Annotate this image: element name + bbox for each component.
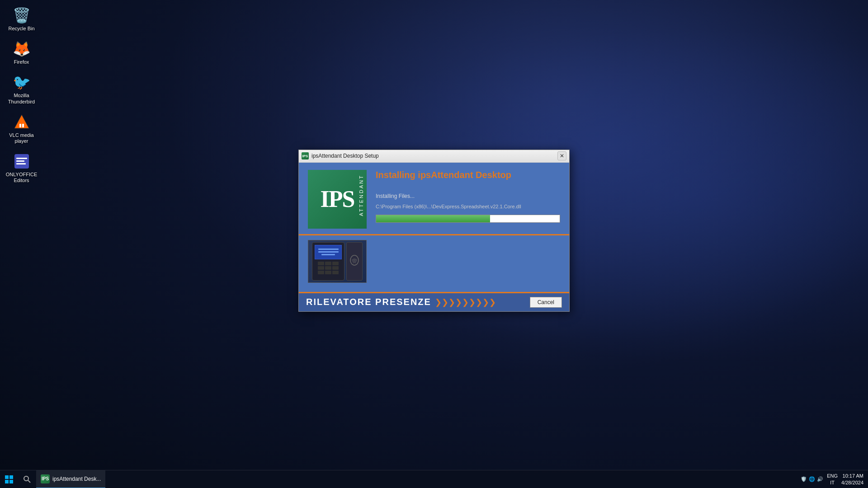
desktop-icon-thunderbird[interactable]: 🐦 Mozilla Thunderbird bbox=[5, 71, 38, 106]
firefox-label: Firefox bbox=[14, 59, 29, 65]
dialog-titlebar: IPS ipsAttendant Desktop Setup ✕ bbox=[299, 150, 569, 163]
svg-rect-8 bbox=[5, 475, 9, 479]
taskbar-app-label: ipsAttendant Desk... bbox=[52, 476, 101, 482]
logo-ips-text: IPS bbox=[321, 188, 354, 211]
network-icon: 🌐 bbox=[809, 476, 815, 482]
svg-rect-10 bbox=[5, 480, 9, 483]
taskbar-app-icon: IPS bbox=[41, 474, 50, 483]
recycle-bin-icon: 🗑️ bbox=[13, 6, 31, 24]
taskbar-clock: 10:17 AM 4/28/2024 bbox=[841, 473, 863, 486]
volume-icon: 🔊 bbox=[817, 476, 823, 482]
clock-date: 4/28/2024 bbox=[841, 479, 863, 486]
onlyoffice-icon bbox=[13, 152, 31, 170]
svg-rect-4 bbox=[16, 158, 27, 159]
svg-rect-1 bbox=[19, 124, 21, 127]
dialog-file-path: C:\Program Files (x86)\...\DevExpress.Sp… bbox=[376, 204, 560, 209]
dialog-content-right: Installing ipsAttendant Desktop Installi… bbox=[376, 170, 560, 229]
svg-rect-6 bbox=[16, 163, 26, 164]
thunderbird-label: Mozilla Thunderbird bbox=[6, 93, 37, 104]
taskbar-language: ENG IT bbox=[827, 473, 838, 486]
taskbar-app-ipsattendant[interactable]: IPS ipsAttendant Desk... bbox=[36, 470, 105, 488]
footer-arrows: ❯❯❯❯❯❯❯❯❯ bbox=[435, 297, 496, 307]
desktop-icon-recycle-bin[interactable]: 🗑️ Recycle Bin bbox=[5, 5, 38, 33]
desktop-icon-vlc[interactable]: VLC media player bbox=[5, 111, 38, 146]
logo-attendant-text: ATTENDANT bbox=[359, 174, 364, 216]
cancel-button[interactable]: Cancel bbox=[530, 297, 562, 308]
svg-rect-9 bbox=[9, 475, 13, 479]
taskbar-apps: IPS ipsAttendant Desk... bbox=[36, 470, 801, 488]
desktop: 🗑️ Recycle Bin 🦊 Firefox 🐦 Mozilla Thund… bbox=[0, 0, 868, 488]
svg-rect-2 bbox=[22, 124, 24, 127]
dialog-close-button[interactable]: ✕ bbox=[557, 151, 566, 160]
dialog-logo: IPS ATTENDANT bbox=[308, 170, 367, 229]
svg-line-13 bbox=[28, 480, 30, 483]
shield-icon: 🛡️ bbox=[801, 476, 807, 482]
vlc-label: VLC media player bbox=[6, 132, 37, 144]
setup-dialog: IPS ipsAttendant Desktop Setup ✕ IPS ATT… bbox=[298, 150, 570, 312]
language-region: IT bbox=[827, 479, 838, 486]
svg-point-12 bbox=[24, 476, 28, 481]
taskbar: IPS ipsAttendant Desk... 🛡️ 🌐 🔊 ENG IT 1… bbox=[0, 470, 868, 488]
desktop-icon-firefox[interactable]: 🦊 Firefox bbox=[5, 38, 38, 67]
language-code: ENG bbox=[827, 473, 838, 479]
firefox-icon: 🦊 bbox=[13, 40, 31, 58]
progress-bar-fill bbox=[376, 215, 490, 222]
dialog-overlay: IPS ipsAttendant Desktop Setup ✕ IPS ATT… bbox=[0, 0, 868, 488]
clock-time: 10:17 AM bbox=[841, 473, 863, 479]
dialog-title-icon: IPS bbox=[302, 152, 309, 160]
progress-bar-container bbox=[376, 215, 560, 223]
dialog-title-text: ipsAttendant Desktop Setup bbox=[311, 153, 555, 159]
vlc-icon bbox=[13, 113, 31, 131]
onlyoffice-label: ONLYOFFICE Editors bbox=[6, 172, 37, 183]
svg-rect-11 bbox=[9, 480, 13, 483]
svg-rect-5 bbox=[16, 160, 24, 162]
device-image bbox=[308, 240, 367, 283]
dialog-main-title: Installing ipsAttendant Desktop bbox=[376, 170, 560, 180]
recycle-bin-label: Recycle Bin bbox=[8, 26, 34, 32]
desktop-icon-onlyoffice[interactable]: ONLYOFFICE Editors bbox=[5, 150, 38, 185]
dialog-status-text: Installing Files... bbox=[376, 193, 560, 199]
dialog-header-area: IPS ATTENDANT Installing ipsAttendant De… bbox=[299, 163, 569, 235]
taskbar-search-button[interactable] bbox=[18, 470, 36, 488]
taskbar-systray: 🛡️ 🌐 🔊 bbox=[801, 476, 823, 482]
start-button[interactable] bbox=[0, 470, 18, 488]
dialog-device-area bbox=[299, 235, 569, 292]
footer-brand-text: RILEVATORE PRESENZE bbox=[306, 297, 431, 307]
taskbar-right: 🛡️ 🌐 🔊 ENG IT 10:17 AM 4/28/2024 bbox=[801, 473, 868, 486]
thunderbird-icon: 🐦 bbox=[13, 73, 31, 91]
desktop-icons-container: 🗑️ Recycle Bin 🦊 Firefox 🐦 Mozilla Thund… bbox=[5, 5, 38, 186]
dialog-footer: RILEVATORE PRESENZE ❯❯❯❯❯❯❯❯❯ Cancel bbox=[299, 292, 569, 311]
svg-marker-0 bbox=[14, 115, 29, 128]
